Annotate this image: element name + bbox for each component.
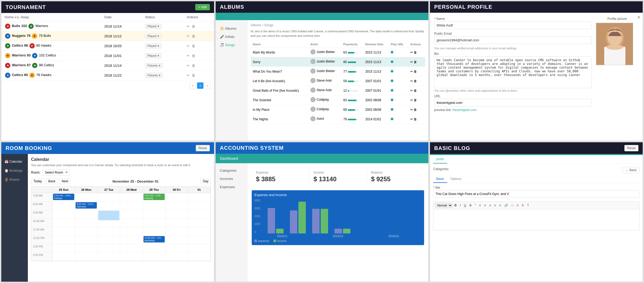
edit-icon[interactable]: ✏ xyxy=(187,54,190,58)
play-dot[interactable] xyxy=(391,70,393,73)
cell-tue-7[interactable] xyxy=(98,193,120,202)
reset-button[interactable]: Reset xyxy=(196,145,210,151)
current-page-btn[interactable]: 1 xyxy=(197,82,203,89)
sidebar-rooms[interactable]: 🚪 Rooms xyxy=(3,175,26,184)
cell-sat-7[interactable] xyxy=(188,193,211,202)
cell-fri-11[interactable] xyxy=(166,227,188,236)
cell-thu-8[interactable] xyxy=(143,202,166,210)
cell-mon-8[interactable]: 8:00 AM – 11:0...interview xyxy=(75,202,98,210)
cell-wed-7[interactable] xyxy=(120,193,143,202)
sidebar-item-artists[interactable]: 🎤 Artists xyxy=(219,33,244,41)
song-delete-icon[interactable]: 🗑 xyxy=(414,70,417,73)
cell-sun-7[interactable]: 2:00 AM – 10:0...meetup xyxy=(53,193,75,202)
today-btn[interactable]: Today xyxy=(31,178,44,184)
status-badge[interactable]: Played ▾ xyxy=(145,53,162,58)
song-edit-icon[interactable]: ✏ xyxy=(410,51,413,54)
cell-fri-2[interactable] xyxy=(166,253,188,261)
blog-editor[interactable] xyxy=(433,209,639,231)
bold-btn[interactable]: B xyxy=(453,203,458,208)
cell-tue-10[interactable] xyxy=(98,219,120,227)
cell-sat-12[interactable] xyxy=(188,236,211,244)
next-btn[interactable]: Next xyxy=(59,178,71,184)
align-center-btn[interactable]: ≡ xyxy=(483,203,487,208)
sidebar-categories[interactable]: Categories xyxy=(219,166,244,175)
cell-tue-8[interactable] xyxy=(98,202,120,210)
cell-mon-2[interactable] xyxy=(75,253,98,261)
blog-reset-btn[interactable]: Reset xyxy=(624,145,638,151)
edit-icon[interactable]: ✏ xyxy=(187,44,190,48)
strikethrough-btn[interactable]: S xyxy=(468,203,473,208)
cell-wed-10[interactable] xyxy=(120,219,143,227)
cell-wed-11[interactable] xyxy=(120,227,143,236)
room-select[interactable]: Select Room xyxy=(42,169,70,176)
cell-sat-8[interactable] xyxy=(188,202,211,210)
outdent-btn[interactable]: ≡ xyxy=(498,203,502,208)
song-delete-icon[interactable]: 🗑 xyxy=(414,108,417,112)
delete-icon[interactable]: 🗑 xyxy=(192,64,195,68)
image-btn[interactable]: □ xyxy=(510,203,515,208)
cell-sun-2[interactable] xyxy=(53,253,75,261)
sidebar-item-songs[interactable]: 🎵 Songs xyxy=(219,41,244,49)
song-delete-icon[interactable]: 🗑 xyxy=(414,51,417,54)
next-page-btn[interactable]: › xyxy=(204,82,211,89)
cell-mon-9[interactable] xyxy=(75,210,98,219)
play-dot[interactable] xyxy=(391,99,393,101)
status-badge[interactable]: Fixtures ▾ xyxy=(145,63,163,68)
sidebar-bookings[interactable]: 📋 Bookings xyxy=(3,166,26,175)
tab-options[interactable]: Options xyxy=(447,175,464,183)
cell-thu-10[interactable] xyxy=(143,219,166,227)
sidebar-incomes[interactable]: Incomes xyxy=(219,175,244,183)
cell-sun-10[interactable] xyxy=(53,219,75,227)
song-edit-icon[interactable]: ✏ xyxy=(410,70,413,73)
preview-link[interactable]: thezentypist.com xyxy=(452,108,476,112)
delete-icon[interactable]: 🗑 xyxy=(192,24,195,28)
name-input[interactable] xyxy=(434,21,592,29)
status-badge[interactable]: Fixtures ▾ xyxy=(145,73,163,78)
cell-mon-1[interactable] xyxy=(75,244,98,253)
font-color-btn[interactable]: A xyxy=(515,203,520,208)
cell-sun-1[interactable] xyxy=(53,244,75,253)
blog-back-btn[interactable]: ← Back xyxy=(622,167,639,173)
song-delete-icon[interactable]: 🗑 xyxy=(414,98,417,102)
sidebar-item-albums[interactable]: 📀 Albums xyxy=(219,24,244,33)
cell-wed-12[interactable] xyxy=(120,236,143,244)
song-delete-icon[interactable]: 🗑 xyxy=(414,89,417,92)
align-left-btn[interactable]: ≡ xyxy=(478,203,482,208)
status-badge[interactable]: Played ▾ xyxy=(145,34,162,39)
tab-basic[interactable]: Basic xyxy=(433,175,447,183)
cell-thu-1[interactable] xyxy=(143,244,166,253)
cell-tue-12[interactable] xyxy=(98,236,120,244)
cell-sat-9[interactable] xyxy=(188,210,211,219)
delete-icon[interactable]: 🗑 xyxy=(192,73,195,77)
event-meeting[interactable]: 6:00 AM – 6:00meeting xyxy=(143,194,165,200)
song-edit-icon[interactable]: ✏ xyxy=(410,98,413,102)
edit-icon[interactable]: ✏ xyxy=(187,24,190,28)
cell-mon-7[interactable] xyxy=(75,193,98,202)
delete-icon[interactable]: 🗑 xyxy=(192,34,195,38)
prev-page-btn[interactable]: ‹ xyxy=(190,82,196,89)
event-workshop[interactable]: 12:00 PM – 9:0...workshop xyxy=(143,236,165,242)
cell-sun-9[interactable] xyxy=(53,210,75,219)
cell-sun-11[interactable] xyxy=(53,227,75,236)
play-dot[interactable] xyxy=(391,51,393,54)
play-dot[interactable] xyxy=(391,108,393,111)
title-input[interactable] xyxy=(433,190,639,198)
cell-fri-10[interactable] xyxy=(166,219,188,227)
email-input[interactable] xyxy=(434,36,592,44)
song-edit-icon[interactable]: ✏ xyxy=(410,89,413,92)
event-meetup[interactable]: 2:00 AM – 10:0...meetup xyxy=(53,194,74,200)
add-button[interactable]: + Add xyxy=(195,4,210,10)
cell-mon-10[interactable] xyxy=(75,219,98,227)
status-badge[interactable]: Played ▾ xyxy=(145,43,162,48)
url-input[interactable] xyxy=(434,99,592,107)
back-btn[interactable]: Back xyxy=(46,178,58,184)
italic-btn[interactable]: I xyxy=(459,203,462,208)
cell-fri-7[interactable] xyxy=(166,193,188,202)
quote-btn[interactable]: " xyxy=(473,203,477,208)
breadcrumb-albums[interactable]: Albums xyxy=(251,23,261,27)
cell-wed-9[interactable] xyxy=(120,210,143,219)
cell-sun-8[interactable] xyxy=(53,202,75,210)
bg-color-btn[interactable]: A xyxy=(520,203,525,208)
cell-fri-12[interactable] xyxy=(166,236,188,244)
clear-btn[interactable]: T xyxy=(526,203,530,208)
